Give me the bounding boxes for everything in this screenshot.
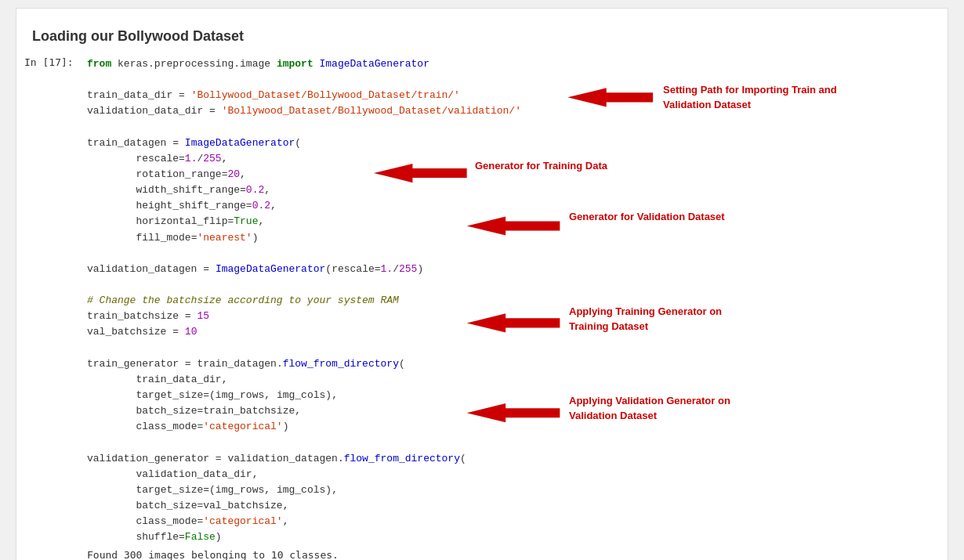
- code-line-30: class_mode='categorical',: [87, 514, 940, 529]
- code-line-10: height_shift_range=0.2,: [87, 198, 940, 214]
- annotation-text-2: Generator for Training Data: [475, 158, 607, 173]
- code-line-blank6: [87, 435, 940, 450]
- annotation-text-5: Applying Validation Generator on Validat…: [569, 393, 749, 423]
- code-line-17: train_batchsize = 15: [87, 309, 940, 324]
- code-line-22: target_size=(img_rows, img_cols),: [87, 388, 940, 403]
- code-line-blank4: [87, 277, 940, 293]
- code-line-29: batch_size=val_batchsize,: [87, 498, 940, 514]
- annotation-text-1: Setting Path for Importing Train and Val…: [663, 82, 843, 112]
- code-line-9: width_shift_range=0.2,: [87, 182, 940, 198]
- code-line-blank5: [87, 341, 940, 356]
- code-line-20: train_generator = train_datagen.flow_fro…: [87, 356, 940, 372]
- cell-heading: Loading our Bollywood Dataset: [16, 20, 948, 56]
- code-line-1: from keras.preprocessing.image import Im…: [87, 56, 940, 72]
- output-line-1: Found 300 images belonging to 10 classes…: [87, 549, 940, 560]
- code-line-18: val_batchsize = 10: [87, 324, 940, 340]
- code-container: from keras.preprocessing.image import Im…: [87, 56, 940, 545]
- notebook-cell: Loading our Bollywood Dataset In [17]: f…: [16, 8, 948, 560]
- code-line-blank3: [87, 246, 940, 262]
- code-line-6: train_datagen = ImageDataGenerator(: [87, 135, 940, 151]
- code-line-26: validation_generator = validation_datage…: [87, 451, 940, 467]
- code-line-31: shuffle=False): [87, 529, 940, 545]
- code-line-12: fill_mode='nearest'): [87, 230, 940, 246]
- code-line-21: train_data_dir,: [87, 372, 940, 388]
- code-line-23: batch_size=train_batchsize,: [87, 403, 940, 419]
- code-line-27: validation_data_dir,: [87, 467, 940, 482]
- annotation-text-4: Applying Training Generator on Training …: [569, 304, 741, 334]
- code-block: from keras.preprocessing.image import Im…: [87, 56, 940, 545]
- output-area: Found 300 images belonging to 10 classes…: [16, 545, 948, 560]
- code-line-14: validation_datagen = ImageDataGenerator(…: [87, 262, 940, 277]
- code-line-blank2: [87, 120, 940, 135]
- annotation-text-3: Generator for Validation Dataset: [569, 209, 725, 224]
- code-line-16: # Change the batchsize according to your…: [87, 293, 940, 309]
- code-area: from keras.preprocessing.image import Im…: [87, 56, 948, 545]
- code-line-28: target_size=(img_rows, img_cols),: [87, 482, 940, 498]
- code-line-24: class_mode='categorical'): [87, 419, 940, 435]
- cell-label: In [17]:: [16, 56, 87, 68]
- code-line-11: horizontal_flip=True,: [87, 214, 940, 229]
- cell-content: In [17]: from keras.preprocessing.image …: [16, 56, 948, 545]
